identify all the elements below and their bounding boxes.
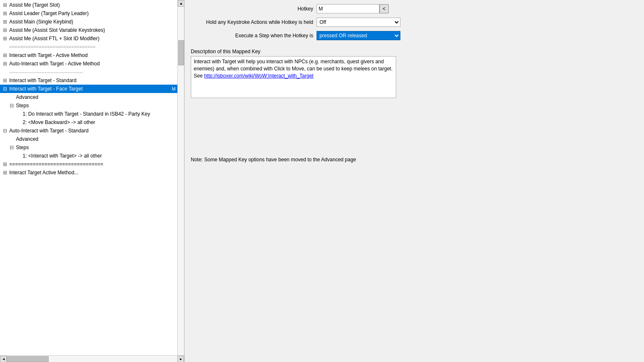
tree-item-label: 1: <Interact with Target> -> all other bbox=[23, 152, 176, 160]
right-panel: Hotkey < Hold any Keystroke Actions whil… bbox=[184, 0, 644, 362]
description-text: Interact with Target will help you inter… bbox=[194, 59, 392, 79]
tree-item-label: 1: Do Interact with Target - Standard in… bbox=[23, 110, 176, 118]
tree-item-label: 2: <Move Backward> -> all other bbox=[23, 119, 176, 126]
execute-row: Execute a Step when the Hotkey is presse… bbox=[191, 31, 638, 40]
scroll-track bbox=[7, 356, 177, 362]
tree-item-label: Assist Me (Assist Slot Variable Keystrok… bbox=[9, 26, 176, 34]
tree-item-interact-target-face[interactable]: ⊟Interact with Target - Face TargetM bbox=[0, 85, 177, 93]
expand-icon: ⊞ bbox=[2, 18, 8, 26]
v-scroll-thumb[interactable] bbox=[178, 40, 184, 65]
expand-icon: ⊞ bbox=[2, 26, 8, 34]
tree-item-advanced[interactable]: Advanced bbox=[0, 93, 177, 101]
tree-item-step-2[interactable]: 2: <Move Backward> -> all other bbox=[0, 118, 177, 127]
tree-item-step-2-1[interactable]: 1: <Interact with Target> -> all other bbox=[0, 152, 177, 160]
tree-item-steps[interactable]: ⊟Steps bbox=[0, 101, 177, 110]
scroll-left-button[interactable]: ◂ bbox=[0, 356, 7, 362]
tree-item-assist-me-assist-slot[interactable]: ⊞Assist Me (Assist Slot Variable Keystro… bbox=[0, 26, 177, 34]
tree-item-label: Advanced bbox=[16, 93, 176, 101]
tree-item-assist-me-ftl[interactable]: ⊞Assist Me (Assist FTL + Slot ID Modifie… bbox=[0, 34, 177, 43]
hotkey-badge: M bbox=[172, 85, 176, 93]
hotkey-row: Hotkey < bbox=[191, 4, 638, 13]
tree-item-label: Assist Me (Assist FTL + Slot ID Modifier… bbox=[9, 35, 176, 42]
execute-select[interactable]: pressed OR released pressed released bbox=[317, 31, 400, 40]
hold-select[interactable]: Off On bbox=[317, 18, 400, 27]
tree-item-interact-target-standard[interactable]: ⊞Interact with Target - Standard bbox=[0, 76, 177, 85]
expand-icon: ⊞ bbox=[2, 10, 8, 17]
tree-item-label: ================================ bbox=[9, 160, 176, 168]
tree-item-assist-me-target-slot[interactable]: ⊞Assist Me (Target Slot) bbox=[0, 1, 177, 9]
tree-item-label: Interact with Target - Face Target bbox=[9, 85, 169, 93]
tree-item-label: Interact Target Active Method... bbox=[9, 169, 176, 176]
tree-item-step-1[interactable]: 1: Do Interact with Target - Standard in… bbox=[0, 110, 177, 118]
collapse-icon: ⊟ bbox=[2, 127, 8, 134]
hotkey-label: Hotkey bbox=[191, 6, 317, 12]
tree-item-label: Interact with Target - Active Method bbox=[9, 52, 176, 59]
tree-item-steps-2[interactable]: ⊟Steps bbox=[0, 143, 177, 152]
expand-icon: ⊞ bbox=[2, 60, 8, 67]
tree-item-advanced-2[interactable]: Advanced bbox=[0, 135, 177, 143]
scroll-right-button[interactable]: ▸ bbox=[177, 356, 184, 362]
tree-item-separator-1[interactable]: ================================ bbox=[0, 43, 177, 51]
execute-label: Execute a Step when the Hotkey is bbox=[191, 33, 317, 39]
tree-item-separator-2[interactable]: ----------------------------------------… bbox=[0, 68, 177, 76]
tree-item-label: Assist Me (Target Slot) bbox=[9, 1, 176, 9]
hotkey-input-group: < bbox=[317, 4, 389, 13]
tree-item-label: Advanced bbox=[16, 135, 176, 143]
tree-item-label: Assist Leader (Target Party Leader) bbox=[9, 10, 176, 17]
collapse-icon: ⊟ bbox=[2, 85, 8, 93]
tree-item-label: Steps bbox=[16, 144, 176, 151]
horizontal-scrollbar: ◂ ▸ bbox=[0, 355, 184, 362]
scroll-thumb[interactable] bbox=[7, 356, 49, 362]
tree-item-label: Auto-Interact with Target - Active Metho… bbox=[9, 60, 176, 67]
expand-icon: ⊞ bbox=[2, 169, 8, 176]
description-box: Interact with Target will help you inter… bbox=[191, 56, 396, 98]
tree-item-label: Auto-Interact with Target - Standard bbox=[9, 127, 176, 134]
expand-icon: ⊞ bbox=[2, 160, 8, 168]
expand-icon: ⊞ bbox=[2, 77, 8, 84]
expand-icon: ⊞ bbox=[2, 52, 8, 59]
tree-item-auto-interact-standard[interactable]: ⊟Auto-Interact with Target - Standard bbox=[0, 127, 177, 135]
tree-item-label: Interact with Target - Standard bbox=[9, 77, 176, 84]
hotkey-clear-button[interactable]: < bbox=[379, 4, 389, 13]
v-scroll-track bbox=[178, 7, 184, 355]
hold-label: Hold any Keystroke Actions while Hotkey … bbox=[191, 19, 317, 25]
tree-item-separator-3[interactable]: ⊞================================ bbox=[0, 160, 177, 168]
description-section: Description of this Mapped Key Interact … bbox=[191, 49, 638, 98]
expand-icon: ⊞ bbox=[2, 1, 8, 9]
vertical-scrollbar: ▲ ▼ bbox=[177, 0, 184, 362]
tree-item-assist-main-single-keybind[interactable]: ⊞Assist Main (Single Keybind) bbox=[0, 18, 177, 26]
tree-item-interact-target-active-method[interactable]: ⊞Interact with Target - Active Method bbox=[0, 51, 177, 59]
tree-item-interact-target-active-bottom[interactable]: ⊞Interact Target Active Method... bbox=[0, 168, 177, 177]
collapse-icon: ⊟ bbox=[8, 144, 15, 151]
expand-icon: ⊞ bbox=[2, 35, 8, 42]
tree-item-label: Steps bbox=[16, 102, 176, 109]
hold-keystroke-row: Hold any Keystroke Actions while Hotkey … bbox=[191, 18, 638, 27]
tree-container[interactable]: ⊞Assist Me (Target Slot)⊞Assist Leader (… bbox=[0, 0, 177, 355]
tree-item-label: Assist Main (Single Keybind) bbox=[9, 18, 176, 26]
description-link[interactable]: http://isboxer.com/wiki/WoW:Interact_wit… bbox=[204, 73, 314, 79]
hotkey-input[interactable] bbox=[317, 4, 379, 13]
main-container: ⊞Assist Me (Target Slot)⊞Assist Leader (… bbox=[0, 0, 644, 362]
left-panel: ⊞Assist Me (Target Slot)⊞Assist Leader (… bbox=[0, 0, 184, 362]
tree-item-label: ----------------------------------------… bbox=[9, 68, 176, 76]
tree-item-label: ================================ bbox=[9, 43, 176, 51]
scroll-up-button[interactable]: ▲ bbox=[178, 0, 184, 7]
tree-item-assist-leader-target-party[interactable]: ⊞Assist Leader (Target Party Leader) bbox=[0, 9, 177, 18]
tree-item-auto-interact-target-active[interactable]: ⊞Auto-Interact with Target - Active Meth… bbox=[0, 59, 177, 68]
note-text: Note: Some Mapped Key options have been … bbox=[191, 157, 638, 163]
collapse-icon: ⊟ bbox=[8, 102, 15, 109]
description-title: Description of this Mapped Key bbox=[191, 49, 638, 54]
